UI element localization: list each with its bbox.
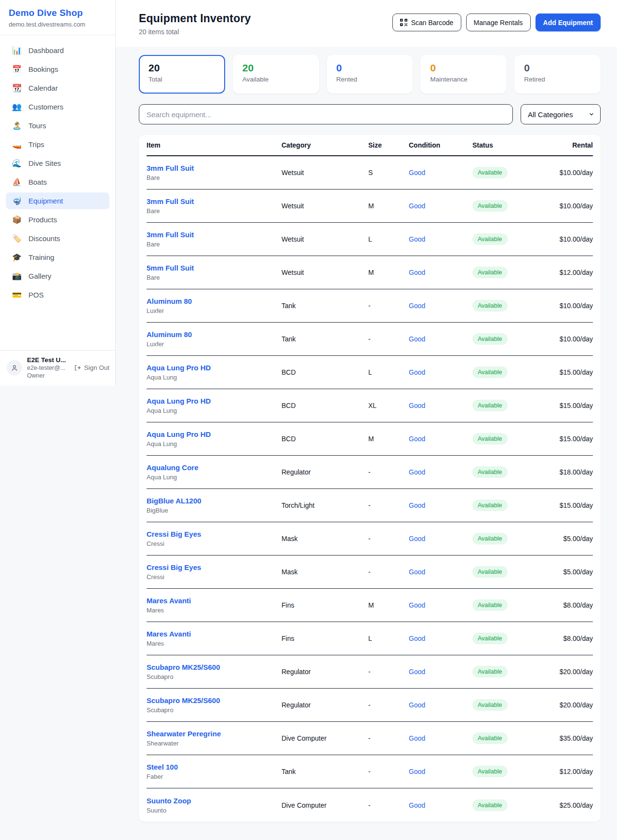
item-name-link[interactable]: Cressi Big Eyes bbox=[147, 563, 201, 571]
table-row: 3mm Full Suit Bare Wetsuit L Good Availa… bbox=[147, 223, 593, 256]
item-condition: Good bbox=[409, 768, 472, 775]
condition-link[interactable]: Good bbox=[409, 435, 425, 443]
item-name-link[interactable]: Aqua Lung Pro HD bbox=[147, 430, 211, 438]
condition-link[interactable]: Good bbox=[409, 335, 425, 343]
item-name-link[interactable]: Suunto Zoop bbox=[147, 797, 191, 805]
customers-icon: 👥 bbox=[12, 103, 22, 111]
item-name-link[interactable]: 5mm Full Suit bbox=[147, 264, 194, 272]
item-name-link[interactable]: Aluminum 80 bbox=[147, 297, 192, 305]
equipment-icon: 🤿 bbox=[12, 197, 22, 205]
stat-card-retired[interactable]: 0 Retired bbox=[514, 55, 601, 94]
item-rental: $8.00/day bbox=[548, 601, 593, 609]
item-rental: $15.00/day bbox=[548, 368, 593, 376]
item-category: BCD bbox=[282, 368, 368, 376]
item-rental: $10.00/day bbox=[548, 235, 593, 243]
item-status: Available bbox=[472, 766, 548, 777]
sidebar-item-discounts[interactable]: 🏷️ Discounts bbox=[6, 230, 109, 247]
condition-link[interactable]: Good bbox=[409, 402, 425, 409]
user-email: e2e-tester@... bbox=[27, 365, 66, 371]
condition-link[interactable]: Good bbox=[409, 169, 425, 176]
condition-link[interactable]: Good bbox=[409, 202, 425, 210]
sidebar-item-training[interactable]: 🎓 Training bbox=[6, 249, 109, 266]
condition-link[interactable]: Good bbox=[409, 734, 425, 742]
condition-link[interactable]: Good bbox=[409, 468, 425, 476]
sidebar-item-bookings[interactable]: 📅 Bookings bbox=[6, 61, 109, 78]
item-name-link[interactable]: 3mm Full Suit bbox=[147, 164, 194, 172]
item-name-link[interactable]: Steel 100 bbox=[147, 763, 178, 771]
item-name-link[interactable]: Aqua Lung Pro HD bbox=[147, 364, 211, 372]
item-name-link[interactable]: 3mm Full Suit bbox=[147, 230, 194, 239]
condition-link[interactable]: Good bbox=[409, 235, 425, 243]
sidebar-item-calendar[interactable]: 📆 Calendar bbox=[6, 80, 109, 96]
item-cell: Shearwater Peregrine Shearwater bbox=[147, 730, 282, 747]
item-status: Available bbox=[472, 200, 548, 212]
sidebar-item-customers[interactable]: 👥 Customers bbox=[6, 98, 109, 115]
condition-link[interactable]: Good bbox=[409, 368, 425, 376]
condition-link[interactable]: Good bbox=[409, 269, 425, 276]
table-row: Scubapro MK25/S600 Scubapro Regulator - … bbox=[147, 689, 593, 722]
stat-card-rented[interactable]: 0 Rented bbox=[327, 55, 413, 94]
sidebar-item-trips[interactable]: 🚤 Trips bbox=[6, 136, 109, 153]
item-category: Mask bbox=[282, 535, 368, 542]
condition-link[interactable]: Good bbox=[409, 501, 425, 509]
scan-barcode-button[interactable]: Scan Barcode bbox=[392, 14, 461, 31]
item-category: Wetsuit bbox=[282, 235, 368, 243]
table-row: Mares Avanti Mares Fins L Good Available… bbox=[147, 622, 593, 655]
condition-link[interactable]: Good bbox=[409, 568, 425, 576]
item-name-link[interactable]: Cressi Big Eyes bbox=[147, 530, 201, 538]
sidebar-item-boats[interactable]: ⛵ Boats bbox=[6, 174, 109, 190]
condition-link[interactable]: Good bbox=[409, 601, 425, 609]
table-row: Steel 100 Faber Tank - Good Available $1… bbox=[147, 755, 593, 788]
item-cell: Mares Avanti Mares bbox=[147, 596, 282, 614]
search-input[interactable] bbox=[139, 104, 513, 124]
condition-link[interactable]: Good bbox=[409, 635, 425, 642]
sidebar-item-gallery[interactable]: 📸 Gallery bbox=[6, 268, 109, 285]
condition-link[interactable]: Good bbox=[409, 535, 425, 542]
sidebar-item-dashboard[interactable]: 📊 Dashboard bbox=[6, 42, 109, 59]
add-equipment-button[interactable]: Add Equipment bbox=[536, 14, 601, 31]
item-name-link[interactable]: Aluminum 80 bbox=[147, 330, 192, 339]
condition-link[interactable]: Good bbox=[409, 668, 425, 676]
table-row: Aluminum 80 Luxfer Tank - Good Available… bbox=[147, 323, 593, 356]
item-category: BCD bbox=[282, 435, 368, 443]
item-size: - bbox=[368, 501, 409, 509]
status-badge: Available bbox=[472, 599, 508, 611]
stat-card-maintenance[interactable]: 0 Maintenance bbox=[420, 55, 507, 94]
sidebar-item-pos[interactable]: 💳 POS bbox=[6, 286, 109, 303]
filter-row: All Categories bbox=[139, 104, 601, 124]
item-size: - bbox=[368, 335, 409, 343]
item-brand: Mares bbox=[147, 607, 282, 614]
item-brand: Aqua Lung bbox=[147, 474, 282, 481]
item-name-link[interactable]: Aqualung Core bbox=[147, 463, 199, 472]
item-name-link[interactable]: Aqua Lung Pro HD bbox=[147, 397, 211, 405]
item-category: Wetsuit bbox=[282, 169, 368, 176]
table-row: Aqua Lung Pro HD Aqua Lung BCD M Good Av… bbox=[147, 422, 593, 456]
item-name-link[interactable]: 3mm Full Suit bbox=[147, 197, 194, 205]
stat-card-total[interactable]: 20 Total bbox=[139, 55, 225, 94]
item-name-link[interactable]: Mares Avanti bbox=[147, 630, 191, 638]
item-category: Regulator bbox=[282, 468, 368, 476]
condition-link[interactable]: Good bbox=[409, 768, 425, 775]
sign-out-button[interactable]: Sign Out bbox=[74, 364, 109, 371]
condition-link[interactable]: Good bbox=[409, 801, 425, 809]
item-condition: Good bbox=[409, 202, 472, 210]
item-category: Tank bbox=[282, 768, 368, 775]
stat-value: 20 bbox=[242, 62, 309, 74]
item-name-link[interactable]: Shearwater Peregrine bbox=[147, 730, 221, 738]
item-name-link[interactable]: Scubapro MK25/S600 bbox=[147, 696, 220, 705]
item-rental: $20.00/day bbox=[548, 668, 593, 676]
condition-link[interactable]: Good bbox=[409, 302, 425, 310]
sidebar-item-equipment[interactable]: 🤿 Equipment bbox=[6, 192, 109, 209]
sidebar-item-tours[interactable]: 🏝️ Tours bbox=[6, 117, 109, 134]
stat-card-available[interactable]: 20 Available bbox=[233, 55, 319, 94]
sidebar-item-products[interactable]: 📦 Products bbox=[6, 211, 109, 228]
item-name-link[interactable]: Mares Avanti bbox=[147, 596, 191, 605]
item-name-link[interactable]: BigBlue AL1200 bbox=[147, 497, 201, 505]
item-status: Available bbox=[472, 732, 548, 744]
manage-rentals-button[interactable]: Manage Rentals bbox=[466, 14, 531, 31]
sidebar-item-dive-sites[interactable]: 🌊 Dive Sites bbox=[6, 155, 109, 172]
category-select[interactable]: All Categories bbox=[521, 104, 601, 124]
item-name-link[interactable]: Scubapro MK25/S600 bbox=[147, 663, 220, 671]
table-row: Aqua Lung Pro HD Aqua Lung BCD XL Good A… bbox=[147, 389, 593, 422]
condition-link[interactable]: Good bbox=[409, 701, 425, 709]
